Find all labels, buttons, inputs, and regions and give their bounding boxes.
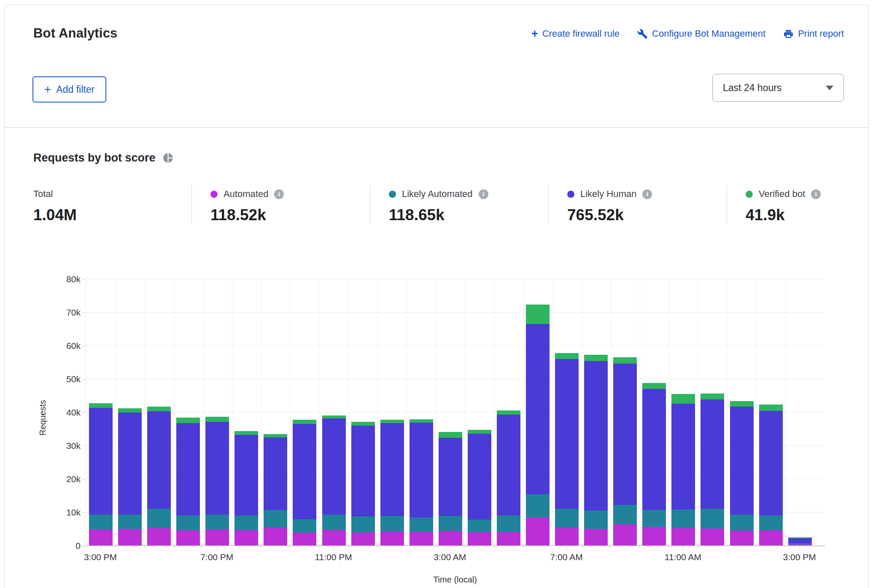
x-tick-mark [566, 547, 567, 551]
bar-segment-likely-automated [613, 505, 637, 524]
bar-segment-likely-human [526, 324, 550, 495]
gridline [785, 280, 786, 545]
gridline [348, 280, 349, 545]
x-tick-mark [683, 547, 683, 551]
bar-segment-verified-bot [410, 419, 433, 423]
likely-human-legend-dot [567, 191, 574, 198]
bar-segment-likely-human [497, 415, 520, 515]
stat-value: 118.65k [389, 206, 548, 224]
header-actions: + Create firewall rule Configure Bot Man… [531, 28, 844, 39]
bar-segment-automated [351, 532, 375, 545]
bar-segment-verified-bot [89, 403, 113, 408]
y-tick-mark [82, 512, 85, 513]
x-tick-mark [100, 547, 101, 551]
chart-bar-400am[interactable] [468, 430, 491, 545]
info-icon[interactable]: i [642, 189, 652, 199]
create-firewall-rule-link[interactable]: + Create firewall rule [531, 28, 620, 39]
bar-segment-automated [788, 545, 812, 545]
chevron-down-icon [826, 86, 833, 90]
chart-bar-600am[interactable] [526, 305, 550, 545]
chart-bar-900pm[interactable] [264, 434, 287, 545]
gridline [86, 379, 825, 379]
chart-bar-1000am[interactable] [642, 383, 666, 545]
info-icon[interactable]: i [274, 189, 284, 199]
configure-bot-management-link[interactable]: Configure Bot Management [637, 28, 765, 39]
bar-segment-likely-automated [526, 494, 550, 518]
y-tick-mark [82, 279, 85, 280]
time-range-value: Last 24 hours [723, 82, 781, 94]
bar-segment-automated [380, 531, 404, 545]
bar-segment-automated [234, 530, 258, 545]
add-filter-button[interactable]: + Add filter [32, 76, 106, 102]
bar-segment-verified-bot [468, 430, 491, 434]
bar-segment-likely-human [176, 423, 200, 515]
chart-bar-200am[interactable] [410, 419, 433, 545]
bar-segment-likely-automated [497, 515, 520, 532]
chart-bar-1200pm[interactable] [701, 394, 724, 545]
bar-segment-verified-bot [497, 410, 520, 415]
chart-bar-600pm[interactable] [176, 418, 200, 545]
bar-segment-automated [497, 532, 520, 545]
bar-segment-automated [439, 531, 462, 545]
chart-bar-700pm[interactable] [205, 417, 229, 545]
info-icon[interactable]: i [479, 189, 488, 199]
bar-segment-automated [555, 528, 579, 545]
bar-segment-verified-bot [730, 401, 754, 407]
chart-bar-200pm[interactable] [759, 405, 783, 545]
chart-bar-1200am[interactable] [351, 422, 375, 545]
bar-segment-automated [584, 529, 608, 546]
bar-segment-likely-human [147, 411, 171, 509]
bar-segment-likely-human [118, 413, 142, 515]
bar-segment-likely-automated [671, 510, 695, 528]
chart-title-text: Requests by bot score [33, 151, 156, 165]
stat-value: 41.9k [746, 206, 870, 224]
chart-bar-1100am[interactable] [671, 394, 695, 545]
chart-bar-300am[interactable] [439, 432, 462, 545]
chart-bar-800am[interactable] [584, 355, 608, 545]
header: Bot Analytics + Create firewall rule Con… [5, 5, 868, 128]
time-range-dropdown[interactable]: Last 24 hours [712, 74, 844, 102]
bar-segment-verified-bot [555, 353, 579, 359]
y-axis-label: 70k [34, 307, 81, 318]
stat-label: Automated [224, 189, 268, 200]
print-report-link[interactable]: Print report [783, 28, 844, 39]
gridline [86, 312, 825, 313]
gridline [174, 280, 174, 545]
chart-bar-700am[interactable] [555, 353, 579, 545]
likely-automated-legend-dot [389, 191, 396, 198]
chart-bar-500pm[interactable] [147, 407, 171, 545]
chart-bar-1000pm[interactable] [293, 420, 316, 545]
gridline [552, 280, 553, 545]
bar-segment-verified-bot [322, 415, 346, 418]
y-axis-label: 0 [34, 541, 81, 551]
bar-segment-likely-automated [555, 509, 579, 528]
gridline [145, 280, 145, 545]
chart-bar-500am[interactable] [497, 410, 520, 545]
chart-bar-800pm[interactable] [234, 431, 258, 545]
x-tick-mark [450, 547, 450, 551]
bar-segment-verified-bot [701, 394, 724, 399]
gridline [407, 280, 407, 545]
chart-bar-400pm[interactable] [118, 408, 142, 545]
bar-segment-likely-automated [468, 520, 491, 532]
x-axis-label: 11:00 PM [315, 552, 352, 562]
info-icon[interactable]: i [811, 189, 821, 199]
chart-bar-1100pm[interactable] [322, 415, 346, 545]
gridline [582, 280, 582, 545]
y-axis-label: 50k [34, 374, 81, 384]
bar-segment-automated [147, 528, 171, 545]
bar-segment-automated [468, 532, 491, 545]
plus-icon: + [531, 29, 538, 38]
y-axis-title: Requests [38, 400, 48, 436]
chart-bar-300pm[interactable] [788, 537, 812, 545]
gridline [523, 280, 524, 545]
chart-bar-300pm[interactable] [89, 403, 113, 545]
bar-segment-likely-human [584, 361, 608, 510]
stat-label: Total [33, 189, 53, 200]
gridline [465, 280, 465, 545]
gridline [86, 279, 825, 279]
chart-bar-900am[interactable] [613, 357, 637, 545]
chart-bar-100am[interactable] [380, 420, 404, 545]
chart-bar-100pm[interactable] [730, 401, 754, 545]
bar-segment-verified-bot [118, 408, 142, 413]
